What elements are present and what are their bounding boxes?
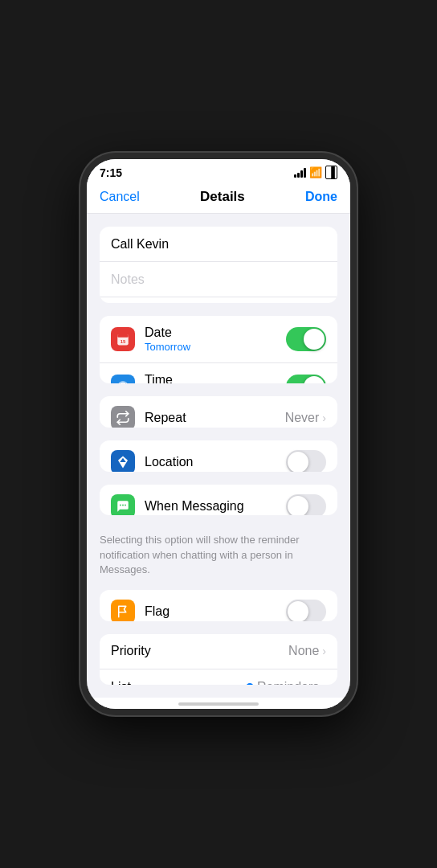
priority-label: Priority [111,644,288,658]
date-icon: 15 [111,327,135,351]
signal-bars-icon [294,168,306,178]
repeat-card: Repeat Never › [100,396,337,428]
location-label: Location [145,455,286,469]
repeat-value: Never › [285,411,326,425]
when-messaging-label: When Messaging [145,499,286,514]
location-row[interactable]: Location [100,440,337,472]
when-messaging-description: Selecting this option will show the remi… [87,528,350,577]
repeat-chevron-icon: › [322,411,326,424]
task-info-card: Notes URL [100,227,337,303]
when-messaging-toggle[interactable] [286,494,326,516]
date-row[interactable]: 15 Date Tomorrow [100,316,337,363]
phone-frame: 7:15 📶 ▐ Cancel Details Done [80,153,357,715]
time-toggle[interactable] [286,375,326,383]
date-time-card: 15 Date Tomorrow Time [100,316,337,383]
priority-row[interactable]: Priority None › [100,634,337,669]
priority-chevron-icon: › [322,645,326,657]
home-indicator [87,698,350,709]
list-row[interactable]: List Reminders › [100,669,337,685]
messaging-card: When Messaging [100,485,337,516]
time-row[interactable]: Time 12:00 PM [100,363,337,383]
flag-icon [111,600,135,621]
svg-text:15: 15 [120,338,126,343]
time-label: Time 12:00 PM [145,373,286,383]
phone-screen: 7:15 📶 ▐ Cancel Details Done [87,159,350,709]
svg-point-7 [120,504,121,506]
repeat-icon [111,406,135,428]
flag-toggle[interactable] [286,600,326,621]
home-bar [178,702,259,706]
status-time: 7:15 [100,166,122,179]
location-toggle[interactable] [286,450,326,472]
flag-card: Flag [100,590,337,621]
when-messaging-row[interactable]: When Messaging [100,485,337,516]
location-card: Location [100,440,337,472]
flag-row[interactable]: Flag [100,590,337,621]
repeat-label: Repeat [145,411,285,425]
flag-label: Flag [145,604,286,619]
priority-list-card: Priority None › List Reminders › [100,634,337,685]
list-label: List [111,680,246,685]
svg-point-8 [122,504,124,506]
priority-value: None › [288,644,326,658]
nav-bar: Cancel Details Done [87,182,350,214]
notes-placeholder: Notes [111,272,145,287]
list-dot-icon [246,683,254,685]
time-icon [111,375,135,383]
date-toggle[interactable] [286,327,326,351]
list-chevron-icon: › [322,681,326,685]
cancel-button[interactable]: Cancel [100,190,140,204]
url-row[interactable]: URL [100,297,337,303]
task-title-row[interactable] [100,227,337,262]
wifi-icon: 📶 [309,166,322,178]
content-area: Notes URL 15 Date Tomorrow [87,214,350,698]
list-value: Reminders › [246,680,326,685]
svg-point-9 [125,504,126,506]
repeat-row[interactable]: Repeat Never › [100,396,337,428]
notes-row[interactable]: Notes [100,262,337,297]
date-label: Date Tomorrow [145,326,286,353]
location-icon [111,450,135,472]
svg-rect-1 [117,334,129,338]
task-title-input[interactable] [111,237,326,252]
messaging-icon [111,494,135,516]
nav-title: Details [200,189,245,205]
battery-icon: ▐ [325,166,337,179]
status-icons: 📶 ▐ [294,166,337,179]
done-button[interactable]: Done [305,190,337,204]
status-bar: 7:15 📶 ▐ [87,159,350,182]
